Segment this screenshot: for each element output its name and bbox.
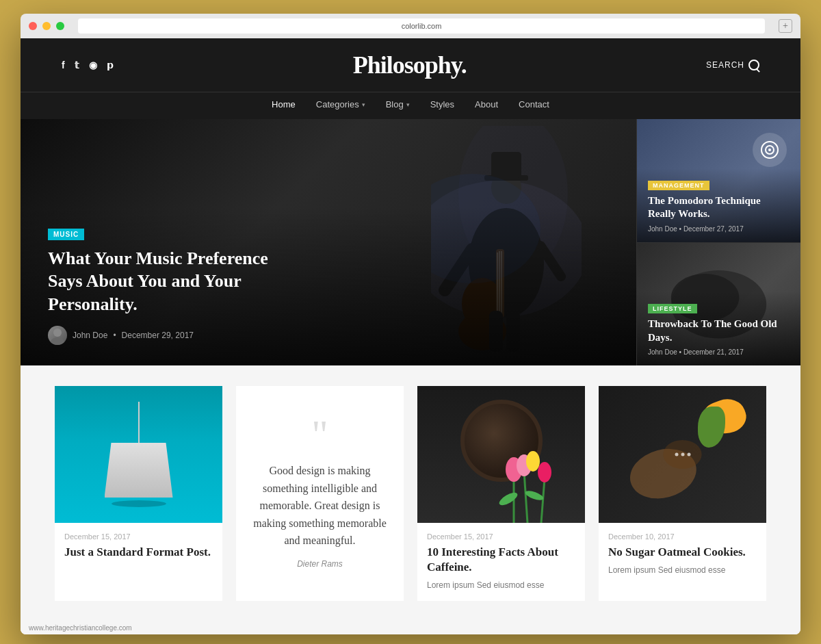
blog-card-excerpt-coffee: Lorem ipsum Sed eiusmod esse: [427, 579, 575, 591]
url-bar[interactable]: colorlib.com: [78, 18, 765, 34]
facebook-icon[interactable]: f: [62, 60, 65, 70]
url-text: colorlib.com: [402, 22, 442, 30]
lifestyle-badge: LIFESTYLE: [648, 304, 697, 313]
traffic-light-minimize[interactable]: [42, 22, 51, 30]
sidebar-card-meta-1: John Doe • December 27, 2017: [648, 225, 790, 233]
nav-styles[interactable]: Styles: [430, 99, 454, 110]
nav-contact[interactable]: Contact: [519, 99, 549, 110]
chevron-down-icon: ▾: [362, 101, 365, 108]
quote-text: Good design is making something intellig…: [252, 462, 387, 550]
blog-card-date-food: December 10, 2017: [608, 532, 757, 541]
svg-point-31: [538, 462, 551, 482]
lamp-shadow: [112, 500, 166, 507]
sidebar-card-title-1: The Pomodoro Technique Really Works.: [648, 194, 790, 221]
svg-rect-5: [491, 152, 521, 178]
svg-point-21: [768, 149, 771, 151]
lamp-shade: [105, 443, 173, 498]
search-label: SEARCH: [706, 60, 744, 70]
search-icon: [748, 60, 759, 70]
food-image: [599, 386, 766, 523]
sidebar-card-meta-2: John Doe • December 21, 2017: [648, 348, 790, 356]
nav-blog[interactable]: Blog ▾: [386, 99, 410, 110]
sidebar-card-overlay-2: LIFESTYLE Throwback To The Good Old Days…: [637, 292, 800, 365]
sidebar-card-management[interactable]: MANAGEMENT The Pomodoro Technique Really…: [636, 119, 800, 242]
svg-line-25: [524, 472, 527, 523]
blog-card-content-food: December 10, 2017 No Sugar Oatmeal Cooki…: [599, 523, 766, 586]
twitter-icon[interactable]: 𝕥: [75, 60, 79, 70]
lamp-shape: [105, 402, 173, 507]
blog-card-content-lamp: December 15, 2017 Just a Standard Format…: [55, 523, 222, 574]
sidebar-card-title-2: Throwback To The Good Old Days.: [648, 318, 790, 344]
lamp-image: [55, 386, 222, 523]
hero-author: John Doe: [73, 331, 107, 340]
sidebar-card-overlay-1: MANAGEMENT The Pomodoro Technique Really…: [637, 168, 800, 242]
blog-card-excerpt-food: Lorem ipsum Sed eiusmod esse: [608, 564, 757, 576]
svg-line-26: [541, 478, 545, 523]
bottom-bar: www.heritagechristiancollege.com: [21, 621, 800, 634]
music-badge[interactable]: MUSIC: [48, 229, 84, 240]
blog-card-title-lamp: Just a Standard Format Post.: [64, 545, 213, 560]
svg-point-18: [51, 337, 64, 345]
blog-card-lamp[interactable]: December 15, 2017 Just a Standard Format…: [55, 386, 222, 601]
social-icons: f 𝕥 ◉ 𝗽: [62, 60, 114, 70]
blog-card-title-food: No Sugar Oatmeal Cookies.: [608, 545, 757, 560]
blog-section: December 15, 2017 Just a Standard Format…: [21, 365, 800, 621]
hero-meta: John Doe • December 29, 2017: [48, 326, 609, 345]
hero-overlay: MUSIC What Your Music Preference Says Ab…: [21, 207, 636, 365]
blog-card-coffee[interactable]: December 15, 2017 10 Interesting Facts A…: [417, 386, 585, 601]
quote-author: Dieter Rams: [297, 559, 343, 569]
author-avatar: [48, 326, 67, 345]
nav-categories[interactable]: Categories ▾: [316, 99, 365, 110]
coffee-image: [417, 386, 585, 523]
search-button[interactable]: SEARCH: [706, 60, 759, 70]
browser-chrome: colorlib.com +: [21, 14, 800, 38]
hero-section: MUSIC What Your Music Preference Says Ab…: [21, 119, 800, 365]
instagram-icon[interactable]: ◉: [89, 60, 97, 70]
svg-point-32: [526, 451, 540, 472]
nav-about[interactable]: About: [475, 99, 498, 110]
hero-dot: •: [113, 331, 116, 340]
footer-url: www.heritagechristiancollege.com: [29, 624, 132, 632]
blog-card-date-lamp: December 15, 2017: [64, 532, 213, 541]
svg-point-17: [53, 329, 62, 337]
traffic-light-maximize[interactable]: [56, 22, 64, 30]
blog-card-food[interactable]: December 10, 2017 No Sugar Oatmeal Cooki…: [599, 386, 766, 601]
new-tab-button[interactable]: +: [779, 19, 792, 33]
hero-title: What Your Music Preference Says About Yo…: [48, 247, 294, 316]
site-content: f 𝕥 ◉ 𝗽 Philosophy. SEARCH Home Categori…: [21, 38, 800, 634]
hero-main-image[interactable]: MUSIC What Your Music Preference Says Ab…: [21, 119, 636, 365]
blog-card-title-coffee: 10 Interesting Facts About Caffeine.: [427, 545, 575, 575]
sidebar-card-lifestyle[interactable]: LIFESTYLE Throwback To The Good Old Days…: [636, 242, 800, 366]
site-nav: Home Categories ▾ Blog ▾ Styles About Co…: [21, 92, 800, 119]
svg-point-27: [497, 490, 519, 507]
blog-card-content-coffee: December 15, 2017 10 Interesting Facts A…: [417, 523, 585, 601]
traffic-light-close[interactable]: [29, 22, 37, 30]
site-header: f 𝕥 ◉ 𝗽 Philosophy. SEARCH: [21, 38, 800, 92]
nav-home[interactable]: Home: [272, 99, 296, 110]
site-logo[interactable]: Philosophy.: [353, 51, 467, 79]
quote-mark: ": [311, 418, 328, 451]
camera-icon: [753, 133, 787, 167]
chevron-down-icon: ▾: [406, 101, 410, 108]
management-badge: MANAGEMENT: [648, 181, 709, 190]
svg-point-28: [524, 489, 545, 502]
pinterest-icon[interactable]: 𝗽: [107, 60, 114, 70]
lamp-cord: [138, 402, 140, 443]
quote-card: " Good design is making something intell…: [236, 386, 404, 601]
blog-card-date-coffee: December 15, 2017: [427, 532, 575, 541]
three-dots: [675, 453, 690, 456]
tulip-image: [480, 441, 586, 523]
hero-sidebar: MANAGEMENT The Pomodoro Technique Really…: [636, 119, 800, 365]
hero-date: December 29, 2017: [122, 331, 194, 340]
browser-window: colorlib.com + f 𝕥 ◉ 𝗽 Philosophy. SEARC…: [21, 14, 800, 634]
